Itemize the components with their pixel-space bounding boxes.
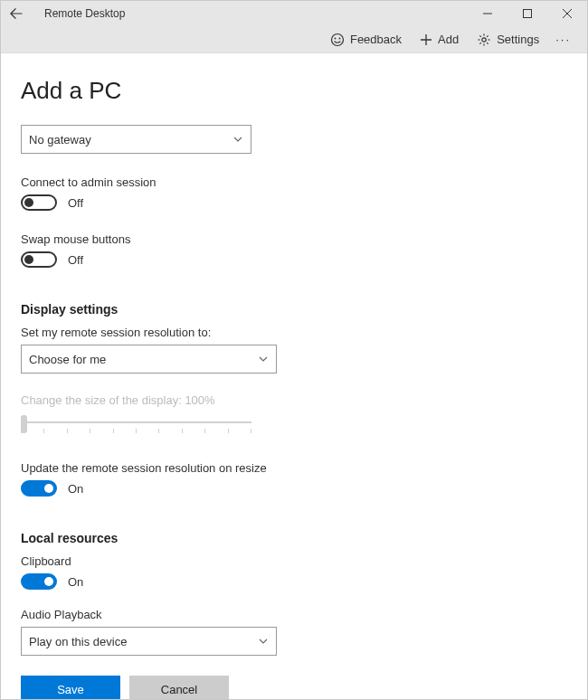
window-controls xyxy=(468,1,587,26)
chevron-down-icon xyxy=(232,134,243,145)
resolution-label: Set my remote session resolution to: xyxy=(21,326,587,339)
cancel-label: Cancel xyxy=(161,683,197,696)
audio-label: Audio Playback xyxy=(21,608,587,621)
page-title: Add a PC xyxy=(21,77,587,105)
title-bar-top: Remote Desktop xyxy=(1,1,587,26)
command-bar: Feedback Add Settings ··· xyxy=(1,26,587,52)
more-button[interactable]: ··· xyxy=(550,29,576,50)
clipboard-toggle[interactable] xyxy=(21,573,57,590)
display-scale-label: Change the size of the display: 100% xyxy=(21,393,587,407)
svg-point-1 xyxy=(331,33,343,45)
chevron-down-icon xyxy=(258,636,269,647)
admin-session-toggle[interactable] xyxy=(21,194,57,211)
content: Add a PC No gateway Connect to admin ses… xyxy=(1,53,587,700)
more-icon: ··· xyxy=(555,33,571,46)
button-row: Save Cancel xyxy=(21,676,587,700)
resolution-dropdown[interactable]: Choose for me xyxy=(21,345,277,374)
resolution-selected: Choose for me xyxy=(29,353,106,366)
feedback-icon xyxy=(330,33,345,47)
plus-icon xyxy=(420,33,432,46)
swap-mouse-label: Swap mouse buttons xyxy=(21,232,587,246)
gear-icon xyxy=(477,33,491,47)
feedback-button[interactable]: Feedback xyxy=(323,29,409,51)
slider-track xyxy=(21,421,251,423)
display-section-title: Display settings xyxy=(21,302,587,317)
display-scale-slider[interactable] xyxy=(21,418,251,440)
clipboard-state: On xyxy=(68,575,83,589)
save-button[interactable]: Save xyxy=(21,676,120,700)
settings-button[interactable]: Settings xyxy=(469,29,546,51)
slider-ticks xyxy=(21,429,251,434)
clipboard-label: Clipboard xyxy=(21,554,587,568)
local-section-title: Local resources xyxy=(21,531,587,545)
update-resize-toggle[interactable] xyxy=(21,480,57,497)
admin-session-label: Connect to admin session xyxy=(21,175,587,189)
save-label: Save xyxy=(57,683,84,696)
svg-point-2 xyxy=(335,37,337,39)
minimize-icon xyxy=(483,9,492,18)
back-arrow-icon xyxy=(10,7,23,20)
feedback-label: Feedback xyxy=(350,33,402,46)
update-resize-label: Update the remote session resolution on … xyxy=(21,461,587,475)
app-title: Remote Desktop xyxy=(32,7,125,20)
minimize-button[interactable] xyxy=(468,1,507,26)
back-button[interactable] xyxy=(1,1,32,26)
swap-mouse-state: Off xyxy=(68,253,83,267)
svg-point-3 xyxy=(339,37,341,39)
settings-label: Settings xyxy=(497,33,539,46)
update-resize-state: On xyxy=(68,482,83,496)
admin-session-state: Off xyxy=(68,196,83,210)
maximize-button[interactable] xyxy=(507,1,547,26)
title-bar: Remote Desktop Feedback Add Settings xyxy=(1,1,587,53)
maximize-icon xyxy=(523,9,532,18)
add-label: Add xyxy=(438,33,459,46)
audio-selected: Play on this device xyxy=(29,635,127,648)
audio-dropdown[interactable]: Play on this device xyxy=(21,627,277,656)
close-button[interactable] xyxy=(547,1,587,26)
cancel-button[interactable]: Cancel xyxy=(129,676,229,700)
gateway-dropdown[interactable]: No gateway xyxy=(21,125,251,154)
close-icon xyxy=(563,9,572,18)
add-button[interactable]: Add xyxy=(413,29,466,50)
svg-point-4 xyxy=(482,37,486,41)
svg-rect-0 xyxy=(524,10,532,18)
gateway-selected: No gateway xyxy=(29,133,91,147)
chevron-down-icon xyxy=(258,354,269,364)
swap-mouse-toggle[interactable] xyxy=(21,251,57,268)
